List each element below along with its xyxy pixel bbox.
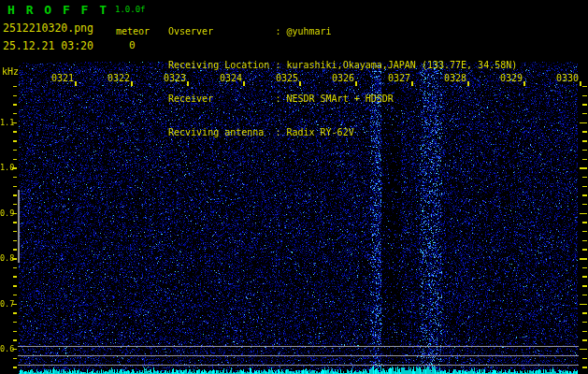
freq-minor-tick-right	[582, 104, 587, 105]
station-info-row-observer: Ovserver: @yuhmari	[168, 26, 517, 37]
freq-minor-tick-right	[582, 276, 587, 277]
station-info-row-receiver: Receiver: NESDR SMArt + HDSDR	[168, 94, 517, 105]
freq-minor-tick-right	[582, 312, 587, 313]
freq-major-tick-left	[12, 258, 17, 259]
freq-minor-tick-left	[13, 186, 17, 187]
freq-minor-tick-right	[582, 95, 587, 96]
freq-minor-tick-left	[13, 150, 17, 151]
freq-minor-tick-left	[13, 131, 17, 132]
freq-minor-tick-right	[582, 295, 587, 295]
freq-minor-tick-left	[13, 231, 17, 232]
freq-minor-tick-right	[582, 194, 587, 195]
freq-major-tick-left	[12, 349, 17, 350]
freq-minor-tick-right	[582, 177, 587, 178]
record-datetime: 25.12.21 03:20	[3, 39, 93, 52]
freq-minor-tick-left	[13, 312, 17, 313]
freq-major-tick-right	[580, 349, 587, 350]
freq-minor-tick-right	[582, 186, 587, 187]
freq-major-tick-left	[12, 122, 17, 123]
freq-minor-tick-left	[13, 140, 17, 141]
freq-major-tick-right	[580, 167, 587, 168]
freq-minor-tick-right	[582, 358, 587, 359]
freq-minor-tick-left	[13, 285, 17, 286]
freq-minor-tick-left	[13, 331, 17, 332]
time-tick	[75, 81, 77, 86]
freq-minor-tick-right	[582, 339, 587, 340]
freq-minor-tick-right	[582, 140, 587, 141]
hrofft-window: H R O F F T 1.0.0f 2512210320.png meteor…	[0, 0, 588, 374]
freq-label: 0.8	[0, 253, 11, 263]
reference-line	[18, 355, 579, 356]
freq-minor-tick-left	[13, 95, 17, 96]
freq-major-tick-left	[12, 167, 17, 168]
freq-minor-tick-left	[13, 159, 17, 160]
info-value: Radix RY-62V	[286, 127, 353, 137]
time-tick	[131, 81, 133, 86]
info-value: kurashiki,Okayama,JAPAN (133.77E, 34.58N…	[286, 60, 517, 70]
freq-minor-tick-left	[13, 276, 17, 277]
freq-minor-tick-left	[13, 367, 17, 367]
meteor-counter-label: meteor	[116, 26, 150, 36]
freq-minor-tick-left	[13, 177, 17, 178]
meteor-counter-value: 0	[129, 39, 136, 51]
freq-label: 1.0	[0, 163, 11, 172]
freq-minor-tick-left	[13, 240, 17, 241]
reference-line	[18, 365, 579, 366]
info-label: Recviving antenna	[168, 127, 275, 138]
freq-minor-tick-right	[582, 113, 587, 114]
freq-major-tick-right	[580, 258, 587, 259]
freq-major-tick-right	[580, 213, 587, 214]
station-info: Ovserver: @yuhmari Receiving Location: k…	[168, 4, 517, 161]
freq-minor-tick-left	[13, 249, 17, 250]
time-tick	[523, 81, 525, 86]
freq-minor-tick-right	[582, 285, 587, 286]
freq-minor-tick-left	[13, 322, 17, 323]
freq-minor-tick-left	[13, 204, 17, 205]
freq-label: 1.1	[0, 118, 11, 127]
freq-label: 0.9	[0, 209, 11, 218]
time-label: 0330	[556, 73, 579, 83]
freq-minor-tick-right	[582, 240, 587, 241]
freq-major-tick-right	[580, 304, 587, 305]
freq-minor-tick-right	[582, 86, 587, 87]
freq-minor-tick-left	[13, 113, 17, 114]
freq-major-tick-right	[580, 122, 587, 123]
freq-minor-tick-right	[582, 150, 587, 151]
freq-minor-tick-left	[13, 358, 17, 359]
time-tick	[580, 81, 581, 86]
station-info-row-location: Receiving Location: kurashiki,Okayama,JA…	[168, 60, 517, 71]
station-info-row-antenna: Recviving antenna: Radix RY-62V	[168, 127, 517, 138]
info-value: NESDR SMArt + HDSDR	[286, 94, 393, 104]
freq-minor-tick-right	[582, 131, 587, 132]
time-label: 0321	[51, 73, 74, 83]
time-label: 0322	[108, 73, 130, 83]
freq-minor-tick-right	[582, 331, 587, 332]
freq-minor-tick-left	[13, 295, 17, 295]
info-value: @yuhmari	[286, 26, 331, 36]
freq-marker-line	[18, 190, 20, 263]
app-title: H R O F F T	[7, 3, 108, 17]
freq-minor-tick-right	[582, 249, 587, 250]
freq-label: 0.6	[0, 344, 11, 353]
app-version: 1.0.0f	[115, 5, 146, 14]
freq-minor-tick-right	[582, 231, 587, 232]
freq-minor-tick-right	[582, 222, 587, 223]
freq-minor-tick-left	[13, 86, 17, 87]
freq-minor-tick-right	[582, 159, 587, 160]
freq-minor-tick-right	[582, 267, 587, 268]
info-label: Receiver	[168, 94, 275, 105]
freq-minor-tick-right	[582, 204, 587, 205]
info-label: Ovserver	[168, 26, 275, 37]
freq-label: 0.7	[0, 299, 11, 309]
output-filename: 2512210320.png	[3, 22, 93, 35]
freq-major-tick-left	[12, 304, 17, 305]
info-label: Receiving Location	[168, 60, 275, 71]
freq-minor-tick-left	[13, 339, 17, 340]
freq-minor-tick-left	[13, 194, 17, 195]
reference-line	[18, 346, 579, 347]
freq-minor-tick-left	[13, 222, 17, 223]
freq-major-tick-left	[12, 213, 17, 214]
freq-minor-tick-left	[13, 104, 17, 105]
freq-minor-tick-right	[582, 322, 587, 323]
freq-minor-tick-right	[582, 367, 587, 367]
